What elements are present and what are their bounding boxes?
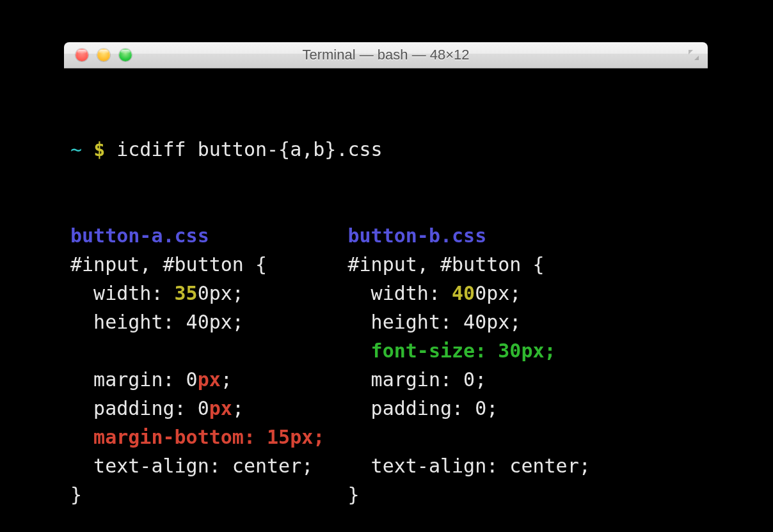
titlebar[interactable]: Terminal — bash — 48×12 <box>64 42 708 68</box>
left-line: ; <box>221 368 232 391</box>
left-diff-removed: px <box>209 397 232 419</box>
left-line: 0px; <box>198 282 244 304</box>
left-diff-removed: px <box>198 368 221 391</box>
prompt-path: ~ <box>70 138 82 160</box>
terminal-window: Terminal — bash — 48×12 ~ $ icdiff butto… <box>64 42 708 532</box>
zoom-icon[interactable] <box>119 49 132 61</box>
left-line: margin: 0 <box>70 368 198 391</box>
prompt-line: ~ $ icdiff button-{a,b}.css <box>70 135 704 164</box>
left-diff-change: 35 <box>175 282 198 304</box>
right-line: height: 40px; <box>347 311 521 333</box>
minimize-icon[interactable] <box>97 49 110 61</box>
diff-output: button-a.css #input, #button { width: 35… <box>70 221 704 509</box>
left-line: padding: 0 <box>70 397 209 419</box>
right-line: margin: 0; <box>347 368 486 391</box>
right-filename: button-b.css <box>347 224 486 247</box>
diff-right-column: button-b.css #input, #button { width: 40… <box>347 221 625 509</box>
terminal-body[interactable]: ~ $ icdiff button-{a,b}.css button-a.css… <box>64 68 708 532</box>
traffic-lights <box>64 49 132 61</box>
left-line: } <box>70 483 82 506</box>
left-line: width: <box>70 282 175 304</box>
right-line: #input, #button { <box>347 253 544 276</box>
window-title: Terminal — bash — 48×12 <box>64 47 708 63</box>
diff-left-column: button-a.css #input, #button { width: 35… <box>70 221 347 509</box>
right-diff-added-line: font-size: 30px; <box>347 340 555 362</box>
right-line: text-align: center; <box>347 455 590 477</box>
right-line: 0px; <box>475 282 521 304</box>
command-text: icdiff button-{a,b}.css <box>116 138 382 160</box>
right-line: padding: 0; <box>347 397 498 419</box>
left-line: text-align: center; <box>70 455 313 477</box>
fullscreen-icon[interactable] <box>686 47 701 63</box>
right-diff-change: 40 <box>452 282 475 304</box>
left-line: #input, #button { <box>70 253 267 276</box>
left-filename: button-a.css <box>70 224 209 247</box>
prompt-symbol: $ <box>93 138 105 160</box>
right-line: width: <box>347 282 452 304</box>
left-diff-removed-line: margin-bottom: 15px; <box>70 426 324 448</box>
left-line: height: 40px; <box>70 311 244 333</box>
left-line: ; <box>232 397 244 419</box>
close-icon[interactable] <box>76 49 88 61</box>
right-line: } <box>347 483 359 506</box>
